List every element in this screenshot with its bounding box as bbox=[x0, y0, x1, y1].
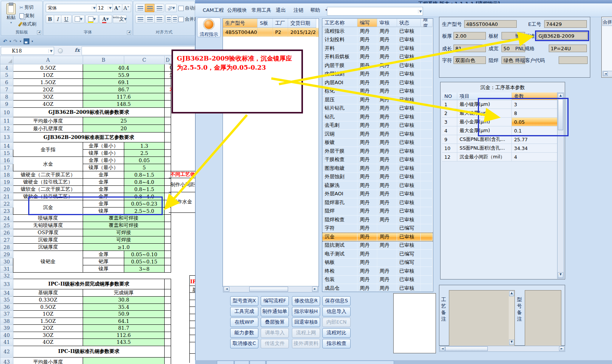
process-row-内层蚀刻[interactable]: 内层蚀刻周丹周丹已审核 bbox=[322, 70, 433, 79]
row-header[interactable]: 19 bbox=[0, 179, 13, 186]
increase-indent-button[interactable] bbox=[171, 15, 178, 23]
remarks-scroll-right-icon[interactable]: ► bbox=[559, 346, 564, 351]
remarks-scroll-left-icon[interactable]: ◄ bbox=[440, 346, 445, 351]
process-row-内层AOI[interactable]: 内层AOI周丹周丹已审核 bbox=[322, 78, 433, 87]
sheet-cell[interactable] bbox=[165, 303, 171, 311]
orders-row[interactable]: 4B5ST004A0P22015/12/24 bbox=[223, 28, 319, 37]
params-scroll-down-icon[interactable]: ▼ bbox=[558, 272, 563, 278]
row-header[interactable]: 28 bbox=[0, 244, 13, 251]
orders-scroll-left-icon[interactable]: ◄ bbox=[224, 287, 229, 292]
sheet-cell[interactable] bbox=[165, 325, 171, 332]
process-row-字符[interactable]: 字符周丹已编写 bbox=[322, 224, 433, 233]
row-header[interactable]: 7 bbox=[0, 86, 13, 93]
row-header[interactable]: 42 bbox=[0, 346, 13, 357]
fill-color-button[interactable]: ▼ bbox=[85, 15, 98, 23]
sheet-cell[interactable]: 4OZ bbox=[13, 101, 83, 108]
cut-button[interactable]: ✂剪切 bbox=[19, 4, 34, 11]
row-header[interactable]: 21 bbox=[0, 193, 13, 200]
process-header-4[interactable]: 状态 bbox=[397, 19, 421, 27]
font-dialog-launcher[interactable]: ◢ bbox=[127, 30, 131, 35]
align-left-button[interactable] bbox=[135, 15, 145, 23]
sheet-cell[interactable]: 25 bbox=[83, 117, 165, 125]
sheet-cell[interactable]: 1.5OZ bbox=[13, 79, 83, 86]
decrease-indent-button[interactable] bbox=[165, 15, 172, 23]
sheet-cell[interactable]: 1.3 bbox=[124, 142, 165, 150]
params-row-12[interactable]: 12沉金最小间距（mil）4 bbox=[442, 153, 558, 161]
sheet-cell[interactable] bbox=[165, 244, 171, 251]
paste-button[interactable]: 粘贴 ▾ bbox=[4, 3, 18, 24]
underline-button[interactable]: U bbox=[61, 15, 72, 23]
process-remark-textarea[interactable]: ▲ ▼ bbox=[449, 290, 515, 346]
menu-item-1[interactable]: CAM工程 bbox=[203, 7, 224, 14]
row-header[interactable]: 22 bbox=[0, 200, 13, 208]
sheet-cell[interactable]: 金手指 bbox=[13, 142, 83, 157]
fx-button[interactable]: fx bbox=[75, 47, 80, 53]
merge-tab[interactable]: 合拼 bbox=[602, 19, 612, 26]
name-box-dropdown-icon[interactable]: ▼ bbox=[48, 49, 54, 53]
sheet-cell[interactable]: 4OZ bbox=[13, 339, 83, 346]
row-header[interactable]: 18 bbox=[0, 171, 13, 179]
format-painter-button[interactable]: 格式刷 bbox=[19, 21, 36, 27]
row-header[interactable]: 36 bbox=[0, 303, 13, 311]
sheet-cell[interactable]: 钯厚 bbox=[83, 258, 124, 265]
sheet-cell[interactable]: 1OZ bbox=[13, 311, 83, 318]
sheet-cell[interactable]: 112.6 bbox=[83, 332, 165, 339]
row-header[interactable]: 40 bbox=[0, 332, 13, 339]
process-row-终检[interactable]: 终检周丹周丹已审核 bbox=[322, 267, 433, 276]
name-box[interactable]: K18▼ bbox=[1, 47, 54, 55]
sheet-cell[interactable] bbox=[165, 318, 171, 325]
field-value-字符[interactable]: 双面白色 bbox=[453, 56, 486, 64]
sheet-cell[interactable]: 平均最小厚度 bbox=[13, 117, 83, 125]
model-remark-textarea[interactable] bbox=[525, 290, 561, 346]
align-middle-button[interactable] bbox=[145, 4, 155, 12]
sheet-cell[interactable] bbox=[165, 357, 171, 364]
italic-button[interactable]: I bbox=[54, 15, 61, 23]
align-bottom-button[interactable] bbox=[154, 4, 164, 12]
sheet-cell[interactable]: 40.4 bbox=[83, 64, 165, 72]
align-top-button[interactable] bbox=[135, 4, 145, 12]
cam-button-流程对比[interactable]: 流程对比 bbox=[322, 328, 351, 338]
sheet-cell[interactable]: 平均最小厚度 bbox=[13, 357, 83, 364]
row-header[interactable]: 14 bbox=[0, 142, 13, 150]
row-header[interactable]: 25 bbox=[0, 222, 13, 229]
sheet-cell[interactable] bbox=[165, 171, 171, 179]
process-row-硫脲洗[interactable]: 硫脲洗周丹周丹已审核 bbox=[322, 181, 433, 190]
row-header[interactable]: 12 bbox=[0, 125, 13, 133]
row-header[interactable]: 6 bbox=[0, 79, 13, 86]
column-header-A[interactable]: A bbox=[13, 56, 83, 64]
row-header[interactable]: 30 bbox=[0, 258, 13, 265]
row-header[interactable]: 39 bbox=[0, 325, 13, 332]
redo-icon[interactable]: ↷ bbox=[13, 38, 18, 44]
cam-button-取消修改C[interactable]: 取消修改C bbox=[230, 339, 258, 348]
row-header[interactable]: 34 bbox=[0, 289, 13, 297]
sheet-cell[interactable] bbox=[165, 236, 171, 244]
process-row-外层AOI[interactable]: 外层AOI周丹周丹已审核 bbox=[322, 190, 433, 199]
row-header[interactable]: 31 bbox=[0, 265, 13, 273]
cam-button-内部ECN[interactable]: 内部ECN bbox=[322, 318, 351, 327]
grow-font-button[interactable]: A˄ bbox=[112, 4, 122, 12]
sheet-cell[interactable]: 81.7 bbox=[83, 325, 165, 332]
sheet-cell[interactable] bbox=[165, 193, 171, 200]
paste-dropdown-icon[interactable]: ▾ bbox=[4, 21, 18, 24]
sheet-cell[interactable]: 金厚 bbox=[83, 179, 124, 186]
qat-customize-icon[interactable]: ▾ bbox=[32, 40, 33, 43]
remark-scroll-up-icon[interactable]: ▲ bbox=[509, 291, 514, 296]
sheet-cell[interactable]: 镀硬金（拉引线工艺） bbox=[13, 179, 83, 186]
row-header[interactable]: 10 bbox=[0, 108, 13, 117]
merge-panel-hscrollbar[interactable]: ◄ bbox=[602, 71, 612, 77]
process-row-去毛刺[interactable]: 去毛刺周丹周丹已审核 bbox=[322, 121, 433, 130]
sheet-cell[interactable]: 水金 bbox=[13, 157, 83, 171]
process-row-沉铜[interactable]: 沉铜周丹周丹已审核 bbox=[322, 130, 433, 139]
sheet-cell[interactable] bbox=[165, 222, 171, 229]
bold-button[interactable]: B bbox=[46, 15, 54, 23]
row-header[interactable]: 29 bbox=[0, 251, 13, 258]
sheet-cell[interactable]: 镀软金（二次干膜工艺） bbox=[13, 186, 83, 193]
sheet-cell[interactable]: 0.05~0.10 bbox=[124, 251, 165, 258]
sheet-cell[interactable] bbox=[165, 133, 171, 142]
row-header[interactable]: 24 bbox=[0, 215, 13, 222]
sheet-cell[interactable]: 可焊接 bbox=[83, 236, 165, 244]
sheet-cell[interactable]: 2OZ bbox=[13, 86, 83, 93]
sheet-cell[interactable] bbox=[165, 265, 171, 273]
process-row-铣板[interactable]: 铣板周丹已编写 bbox=[322, 259, 433, 267]
row-header[interactable]: 16 bbox=[0, 157, 13, 164]
